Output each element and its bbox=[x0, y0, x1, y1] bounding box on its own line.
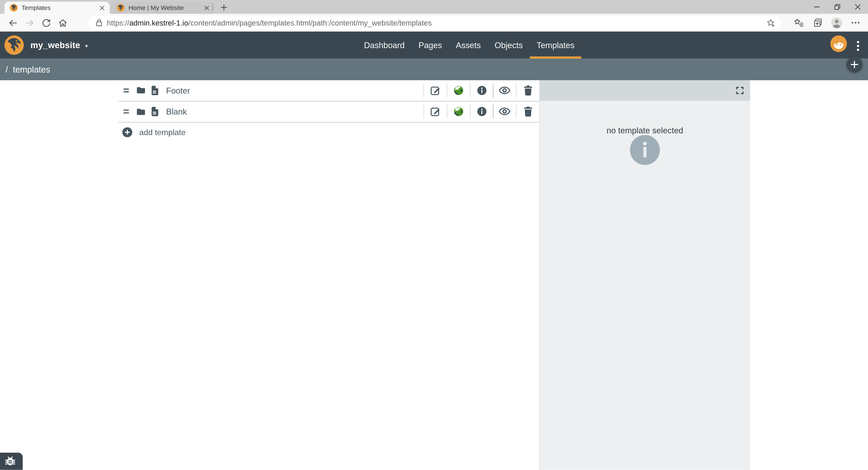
app-navbar: my_website ▾ Dashboard Pages Assets Obje… bbox=[0, 32, 868, 59]
restore-button[interactable] bbox=[827, 0, 848, 14]
debug-button[interactable] bbox=[0, 453, 23, 470]
add-circle-icon bbox=[122, 127, 132, 137]
tab-close-icon[interactable] bbox=[202, 3, 211, 12]
nav-item-templates[interactable]: Templates bbox=[530, 32, 581, 59]
add-template-label: add template bbox=[139, 128, 186, 137]
breadcrumb-bar: / templates bbox=[0, 59, 868, 81]
lock-icon[interactable] bbox=[96, 19, 102, 27]
nav-item-pages[interactable]: Pages bbox=[412, 32, 449, 59]
site-name: my_website bbox=[31, 40, 80, 50]
info-button[interactable] bbox=[470, 80, 493, 100]
toolbar-right-icons bbox=[789, 15, 865, 31]
browser-tab-templates[interactable]: Templates bbox=[4, 2, 110, 14]
url-text: https://admin.kestrel-1.io/content/admin… bbox=[107, 19, 766, 27]
url-protocol: https:// bbox=[107, 19, 129, 27]
tab-title: Templates bbox=[22, 4, 98, 11]
close-window-button[interactable] bbox=[847, 0, 868, 14]
window-controls bbox=[807, 0, 868, 14]
url-path: /content/admin/pages/templates.html/path… bbox=[188, 19, 432, 27]
folder-icon bbox=[136, 108, 146, 116]
bug-icon bbox=[5, 456, 16, 467]
nav-item-assets[interactable]: Assets bbox=[449, 32, 488, 59]
template-name[interactable]: Blank bbox=[166, 107, 187, 116]
forward-button[interactable] bbox=[21, 15, 37, 31]
browser-toolbar: https://admin.kestrel-1.io/content/admin… bbox=[0, 14, 868, 31]
expand-fullscreen-icon[interactable] bbox=[735, 86, 745, 95]
document-icon bbox=[151, 86, 158, 95]
breadcrumb: / templates bbox=[5, 59, 50, 81]
user-avatar[interactable] bbox=[830, 35, 847, 52]
kestrel-logo-icon[interactable] bbox=[4, 35, 24, 55]
drag-handle-icon[interactable] bbox=[122, 107, 130, 116]
browser-window: Templates Home | My Website bbox=[0, 0, 868, 470]
home-button[interactable] bbox=[54, 15, 71, 31]
template-list: Footer bbox=[119, 80, 539, 470]
template-row: Footer bbox=[119, 80, 539, 101]
browser-profile-avatar[interactable] bbox=[827, 15, 846, 31]
template-row: Blank bbox=[119, 101, 539, 123]
kestrel-favicon-icon bbox=[10, 4, 18, 11]
detail-panel-body: no template selected bbox=[540, 101, 750, 165]
tab-separator bbox=[213, 3, 213, 11]
site-switcher[interactable]: my_website ▾ bbox=[31, 32, 88, 59]
preview-eye-button[interactable] bbox=[494, 101, 516, 122]
preview-eye-button[interactable] bbox=[494, 80, 516, 100]
template-name[interactable]: Footer bbox=[166, 86, 190, 95]
breadcrumb-root[interactable]: / bbox=[5, 64, 8, 74]
nav-item-dashboard[interactable]: Dashboard bbox=[357, 32, 412, 59]
detail-panel-header bbox=[540, 80, 750, 101]
url-domain: admin.kestrel-1.io bbox=[129, 19, 188, 27]
document-icon bbox=[151, 107, 158, 116]
edit-template-button[interactable] bbox=[424, 80, 447, 100]
publish-globe-button[interactable] bbox=[447, 101, 470, 122]
info-circle-icon bbox=[630, 135, 660, 165]
tab-close-icon[interactable] bbox=[97, 3, 106, 12]
nav-item-objects[interactable]: Objects bbox=[488, 32, 530, 59]
browser-tab-home[interactable]: Home | My Website bbox=[111, 2, 214, 14]
favorites-bar-icon[interactable] bbox=[789, 15, 808, 31]
add-template-button[interactable]: add template bbox=[119, 127, 539, 137]
kestrel-favicon-icon bbox=[117, 4, 125, 11]
empty-state-message: no template selected bbox=[607, 126, 683, 135]
browser-titlebar: Templates Home | My Website bbox=[0, 0, 868, 14]
add-favorite-icon[interactable] bbox=[766, 18, 776, 28]
delete-template-button[interactable] bbox=[517, 101, 539, 122]
browser-menu-icon[interactable] bbox=[846, 15, 865, 31]
edit-template-button[interactable] bbox=[424, 101, 447, 122]
info-button[interactable] bbox=[470, 101, 493, 122]
row-actions bbox=[424, 101, 539, 122]
minimize-button[interactable] bbox=[807, 0, 827, 14]
drag-handle-icon[interactable] bbox=[122, 86, 130, 94]
chevron-down-icon: ▾ bbox=[85, 42, 88, 49]
breadcrumb-current[interactable]: templates bbox=[13, 64, 50, 74]
main-nav: Dashboard Pages Assets Objects Templates bbox=[357, 32, 581, 59]
tab-title: Home | My Website bbox=[128, 4, 202, 11]
app-menu-kebab-icon[interactable] bbox=[856, 40, 860, 52]
publish-globe-button[interactable] bbox=[447, 80, 470, 100]
delete-template-button[interactable] bbox=[517, 80, 539, 100]
collections-icon[interactable] bbox=[808, 15, 827, 31]
row-actions bbox=[424, 80, 539, 100]
address-bar[interactable]: https://admin.kestrel-1.io/content/admin… bbox=[89, 16, 781, 30]
new-tab-button[interactable] bbox=[219, 2, 228, 12]
folder-icon bbox=[136, 87, 146, 94]
refresh-button[interactable] bbox=[38, 15, 54, 31]
main-content: Footer bbox=[119, 80, 750, 470]
add-button-fab[interactable] bbox=[846, 56, 862, 72]
detail-panel: no template selected bbox=[539, 80, 750, 470]
back-button[interactable] bbox=[4, 15, 21, 31]
